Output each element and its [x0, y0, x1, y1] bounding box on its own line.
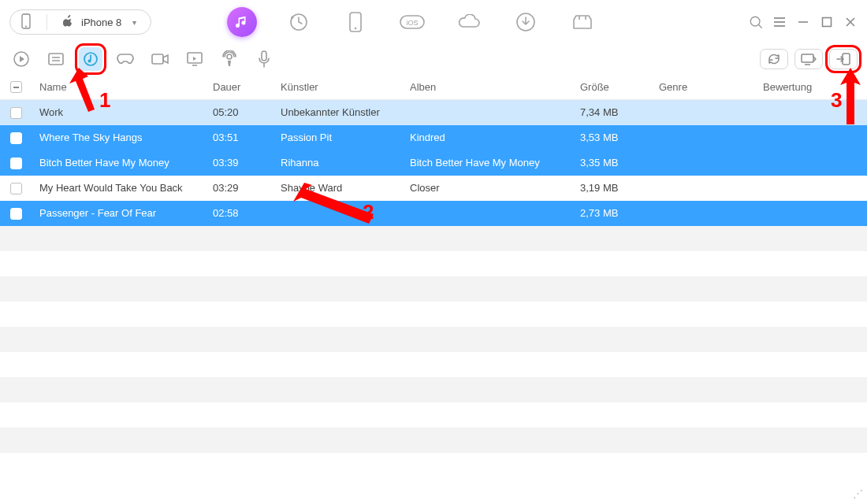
svg-text:iOS: iOS: [406, 19, 418, 27]
cell-kuenstler: Shayne Ward: [273, 176, 402, 201]
cell-kuenstler: Rihanna: [273, 150, 402, 176]
cat-songs[interactable]: [79, 47, 102, 71]
cell-kuenstler: Unbekannter Künstler: [273, 100, 402, 125]
table-row-empty: [0, 327, 867, 352]
module-backup[interactable]: [284, 7, 314, 37]
svg-rect-17: [262, 51, 266, 61]
cell-genre: [651, 150, 755, 176]
cell-bewertung: [755, 176, 867, 201]
cell-genre: [651, 100, 755, 125]
col-groesse[interactable]: Größe: [572, 74, 651, 100]
cell-dauer: 03:51: [205, 125, 273, 150]
module-ios[interactable]: iOS: [397, 7, 427, 37]
search-icon[interactable]: [749, 15, 763, 29]
table-header-row: Name Dauer Künstler Alben Größe Genre Be…: [0, 74, 867, 100]
cell-groesse: 7,34 MB: [572, 100, 651, 125]
cell-name: Where The Sky Hangs: [32, 125, 205, 150]
cell-kuenstler: [273, 201, 402, 226]
row-checkbox[interactable]: [10, 107, 22, 119]
col-name[interactable]: Name: [32, 74, 205, 100]
cell-name: Passenger - Fear Of Fear: [32, 201, 205, 226]
cell-genre: [651, 125, 755, 150]
svg-point-4: [355, 28, 357, 30]
table-row-empty: [0, 377, 867, 402]
cell-bewertung: [755, 201, 867, 226]
cell-bewertung: [755, 150, 867, 176]
table-row-empty: [0, 302, 867, 327]
window-maximize[interactable]: [820, 15, 834, 29]
cell-kuenstler: Passion Pit: [273, 125, 402, 150]
device-name: iPhone 8: [81, 17, 121, 28]
resize-handle-icon[interactable]: ⋰: [853, 487, 861, 499]
row-checkbox[interactable]: [10, 132, 22, 144]
cell-dauer: 02:58: [205, 201, 273, 226]
table-row-empty: [0, 453, 867, 478]
cell-groesse: 3,35 MB: [572, 150, 651, 176]
tool-to-device[interactable]: [829, 49, 858, 69]
cat-games[interactable]: [113, 47, 137, 71]
cell-bewertung: [755, 100, 867, 125]
row-checkbox[interactable]: [10, 208, 22, 220]
table-row-empty: [0, 276, 867, 302]
table-row-empty: [0, 428, 867, 453]
cell-alben: [402, 100, 572, 125]
tool-refresh[interactable]: [760, 49, 788, 69]
cat-play[interactable]: [9, 47, 33, 71]
songs-table: Name Dauer Künstler Alben Größe Genre Be…: [0, 74, 867, 478]
window-minimize[interactable]: [796, 15, 810, 29]
cell-alben: Closer: [402, 176, 572, 201]
cell-groesse: 3,19 MB: [572, 176, 651, 201]
table-row-empty: [0, 352, 867, 377]
cell-dauer: 05:20: [205, 100, 273, 125]
col-dauer[interactable]: Dauer: [205, 74, 273, 100]
col-alben[interactable]: Alben: [402, 74, 572, 100]
table-row[interactable]: My Heart Would Take You Back03:29Shayne …: [0, 176, 867, 201]
cat-tv[interactable]: [183, 47, 207, 71]
col-kuenstler[interactable]: Künstler: [273, 74, 402, 100]
cell-genre: [651, 201, 755, 226]
cat-video[interactable]: [148, 47, 172, 71]
module-ringtone[interactable]: [567, 7, 597, 37]
chevron-down-icon: ▾: [132, 18, 136, 27]
row-checkbox[interactable]: [10, 183, 22, 195]
cat-playlist[interactable]: [44, 47, 68, 71]
table-row[interactable]: Passenger - Fear Of Fear02:582,73 MB: [0, 201, 867, 226]
module-download[interactable]: [511, 7, 541, 37]
cell-groesse: 2,73 MB: [572, 201, 651, 226]
row-checkbox[interactable]: [10, 158, 22, 169]
svg-rect-14: [152, 54, 163, 64]
svg-point-16: [227, 54, 232, 59]
cat-voice-memo[interactable]: [252, 47, 276, 71]
table-row-empty: [0, 402, 867, 428]
cat-podcast[interactable]: [218, 47, 241, 71]
col-genre[interactable]: Genre: [651, 74, 755, 100]
table-row-empty: [0, 226, 867, 251]
cell-name: Bitch Better Have My Money: [32, 150, 205, 176]
cell-groesse: 3,53 MB: [572, 125, 651, 150]
menu-icon[interactable]: [772, 15, 787, 29]
table-row[interactable]: Bitch Better Have My Money03:39RihannaBi…: [0, 150, 867, 176]
svg-rect-18: [802, 54, 813, 62]
cell-alben: Bitch Better Have My Money: [402, 150, 572, 176]
module-device[interactable]: [340, 7, 370, 37]
module-icloud[interactable]: [454, 7, 484, 37]
cell-bewertung: [755, 125, 867, 150]
svg-point-1: [25, 25, 27, 27]
tool-to-pc[interactable]: [794, 49, 823, 69]
table-row[interactable]: Work05:20Unbekannter Künstler7,34 MB: [0, 100, 867, 125]
device-selector[interactable]: iPhone 8 ▾: [9, 9, 151, 35]
apple-icon: [63, 15, 73, 29]
svg-rect-11: [49, 54, 63, 65]
svg-rect-9: [823, 18, 832, 27]
table-row[interactable]: Where The Sky Hangs03:51Passion PitKindr…: [0, 125, 867, 150]
window-close[interactable]: [843, 15, 858, 29]
separator: [47, 14, 47, 30]
cell-name: My Heart Would Take You Back: [32, 176, 205, 201]
header-checkbox[interactable]: [10, 81, 22, 93]
iphone-icon: [21, 13, 31, 32]
col-bewertung[interactable]: Bewertung: [755, 74, 867, 100]
cell-alben: [402, 201, 572, 226]
cell-genre: [651, 176, 755, 201]
cell-name: Work: [32, 100, 205, 125]
module-media[interactable]: [227, 7, 257, 37]
